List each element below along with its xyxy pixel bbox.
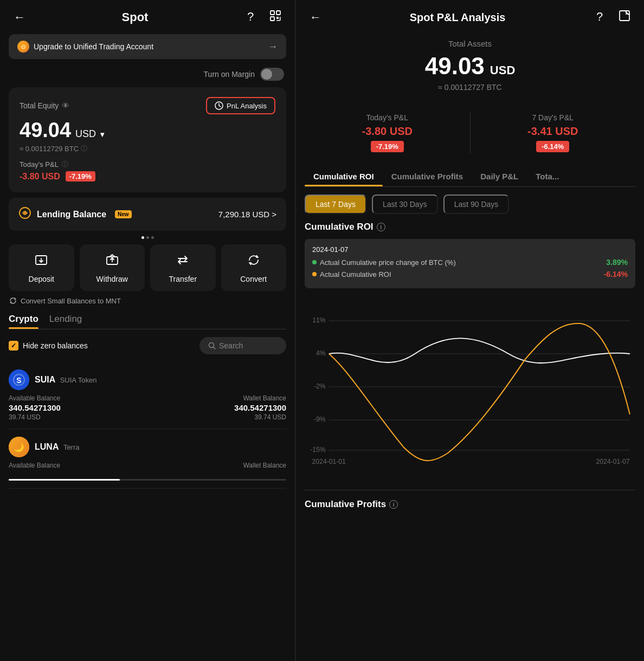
left-panel: ← Spot ? ⊙ Upgrade to Unified Trading A [0,0,295,661]
lending-value: 7,290.18 USD > [218,210,276,219]
tooltip-roi-label: Actual Cumulative ROI [320,270,391,278]
pnl-info-icon: ⓘ [62,160,68,169]
svg-text:-15%: -15% [310,446,326,453]
chart-tooltip: 2024-01-07 Actual Cumulative price chang… [305,239,635,288]
new-badge: New [115,210,132,218]
left-header: ← Spot ? [0,0,295,30]
suia-logo: S [9,370,29,390]
today-pnl-label: Today's P&L ⓘ [20,160,275,169]
deposit-label: Deposit [29,275,54,283]
today-pnl-pct: -7.19% [66,171,95,182]
equity-label: Total Equity 👁 [20,101,69,110]
suia-symbol: SUIA [35,375,55,384]
today-pnl-card-pct: -7.19% [371,141,404,152]
7day-pnl-card: 7 Day's P&L -3.41 USD -6.14% [471,108,636,158]
suia-available-usd: 39.74 USD [9,413,61,421]
suia-available-value: 340.54271300 [9,403,61,412]
tooltip-date: 2024-01-07 [312,245,628,254]
upgrade-text: Upgrade to Unified Trading Account [34,42,153,51]
svg-text:2024-01-01: 2024-01-01 [312,458,346,465]
svg-text:-2%: -2% [314,383,326,390]
today-pnl-card-value: -3.80 USD [310,125,465,138]
equity-card: Total Equity 👁 PnL Analysis 49.04 USD ▾ … [9,87,286,192]
left-scan-icon[interactable] [267,10,284,24]
luna-name: Terra [63,443,80,451]
svg-text:11%: 11% [312,316,326,324]
margin-row: Turn on Margin [0,63,295,85]
luna-logo: 🌙 [9,437,29,457]
hide-zero-row[interactable]: ✓ Hide zero balances [9,341,88,351]
total-assets-btc: ≈ 0.00112727 BTC [307,83,633,92]
equity-dropdown-icon[interactable]: ▾ [100,130,104,139]
7day-pnl-card-pct: -6.14% [536,141,569,152]
svg-rect-1 [276,11,280,15]
equity-value: 49.04 USD ▾ [20,119,275,142]
margin-toggle[interactable] [260,68,284,81]
suia-wallet-value: 340.54271300 [234,403,286,412]
left-help-icon[interactable]: ? [242,10,259,24]
left-back-button[interactable]: ← [11,10,28,24]
equity-eye-icon[interactable]: 👁 [62,101,69,110]
period-90days-button[interactable]: Last 90 Days [443,195,510,214]
tab-cumulative-profits[interactable]: Cumulative Profits [383,166,472,186]
svg-text:🌙: 🌙 [14,442,24,452]
left-page-title: Spot [28,10,242,24]
tooltip-btc-value: 3.89% [606,258,628,267]
transfer-icon [176,253,190,270]
chart-section: Cumulative ROI i 2024-01-07 Actual Cumul… [305,222,635,479]
suia-name: SUIA Token [60,376,97,384]
right-page-title: Spot P&L Analysis [324,11,591,24]
upgrade-banner[interactable]: ⊙ Upgrade to Unified Trading Account → [9,34,286,59]
svg-rect-2 [271,17,274,21]
lending-balance-row[interactable]: Lending Balance New 7,290.18 USD > [9,198,286,231]
convert-button[interactable]: Convert [221,244,287,291]
transfer-label: Transfer [169,275,197,283]
today-pnl-usd: -3.80 USD [20,172,60,182]
pnl-analysis-button[interactable]: PnL Analysis [206,97,275,114]
hide-zero-checkbox[interactable]: ✓ [9,341,18,351]
period-30days-button[interactable]: Last 30 Days [372,195,438,214]
tooltip-btc-label: Actual Cumulative price change of BTC (%… [320,258,456,267]
right-share-icon[interactable] [616,10,633,25]
transfer-button[interactable]: Transfer [150,244,216,291]
tab-crypto[interactable]: Crypto [9,314,38,329]
chart-tabs: Cumulative ROI Cumulative Profits Daily … [305,166,635,187]
convert-small-row[interactable]: Convert Small Balances to MNT [9,296,286,305]
tab-cumulative-roi[interactable]: Cumulative ROI [305,166,383,186]
asset-tabs: Crypto Lending [9,314,286,329]
today-pnl-row: Today's P&L ⓘ -3.80 USD -7.19% [20,160,275,182]
total-assets-value: 49.03 USD [307,53,633,80]
right-back-button[interactable]: ← [307,10,324,24]
right-help-icon[interactable]: ? [591,10,608,25]
suia-wallet-usd: 39.74 USD [234,413,286,421]
tab-daily-pnl[interactable]: Daily P&L [472,166,527,186]
today-pnl-card: Today's P&L -3.80 USD -7.19% [305,108,470,158]
search-input[interactable]: Search [199,337,286,354]
convert-label: Convert [240,275,267,283]
7day-pnl-card-label: 7 Day's P&L [476,113,630,122]
tab-total[interactable]: Tota... [527,166,568,186]
lending-label: Lending Balance [37,210,106,219]
total-assets-label: Total Assets [307,39,633,48]
today-pnl-card-label: Today's P&L [310,113,465,122]
total-assets-currency: USD [490,63,515,77]
upgrade-icon: ⊙ [17,41,29,53]
carousel-dots [0,236,295,239]
search-label: Search [219,341,243,350]
tab-lending[interactable]: Lending [49,314,82,329]
period-buttons: Last 7 Days Last 30 Days Last 90 Days [305,195,635,214]
asset-item-suia[interactable]: S SUIA SUIA Token Available Balance 340.… [9,362,286,429]
svg-text:-9%: -9% [314,416,326,423]
convert-small-label: Convert Small Balances to MNT [21,297,121,305]
asset-item-luna[interactable]: 🌙 LUNA Terra Available Balance Wallet Ba… [9,429,286,489]
tooltip-roi-value: -6.14% [604,270,628,278]
withdraw-button[interactable]: Withdraw [80,244,145,291]
cumulative-profits-info-icon: i [389,500,398,509]
luna-symbol: LUNA [35,442,59,451]
svg-text:4%: 4% [316,349,326,357]
deposit-button[interactable]: Deposit [9,244,74,291]
pnl-cards: Today's P&L -3.80 USD -7.19% 7 Day's P&L… [305,108,635,158]
period-7days-button[interactable]: Last 7 Days [305,195,366,214]
right-header: ← Spot P&L Analysis ? [296,0,644,30]
chart-svg: 11% 4% -2% -9% -15% 2024-01-01 2024-01-0… [305,295,635,479]
